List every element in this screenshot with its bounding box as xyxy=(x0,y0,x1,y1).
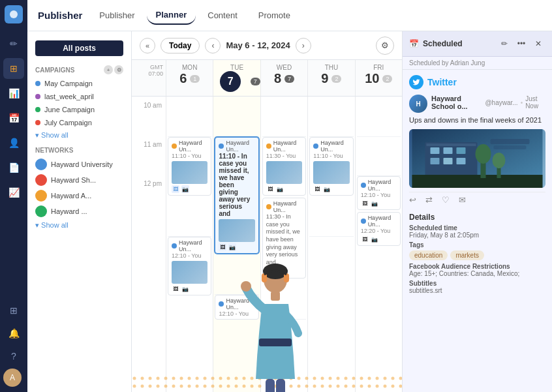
event-wed-2[interactable]: Hayward Un... 11:30 - In case you missed… xyxy=(262,198,306,279)
calendar-grid: GMT07:00 Mon 6 1 Tue xyxy=(132,60,402,392)
svg-rect-19 xyxy=(457,147,466,154)
svg-point-0 xyxy=(10,10,18,18)
scheduled-time-label: Scheduled time xyxy=(409,224,545,232)
twitter-label: Twitter xyxy=(427,77,457,87)
retweet-action[interactable]: ⇄ xyxy=(425,195,433,205)
day-header-fri[interactable]: Fri 10 2 xyxy=(355,60,402,96)
scheduled-time-row: Scheduled time Friday, May 8 at 2:05pm xyxy=(409,224,545,239)
svg-rect-28 xyxy=(491,139,530,144)
edit-button[interactable]: ✏ xyxy=(497,37,512,51)
more-button[interactable]: ••• xyxy=(514,37,529,51)
day-header-tue[interactable]: Tue 7 7 xyxy=(213,60,260,96)
today-button[interactable]: Today xyxy=(161,38,200,53)
day-col-tue: Hayward Un... 11:10 - In case you missed… xyxy=(213,97,260,392)
svg-rect-18 xyxy=(444,147,453,154)
campaign-item-july[interactable]: July Campaign xyxy=(27,116,131,129)
close-button[interactable]: ✕ xyxy=(531,37,545,51)
details-title: Details xyxy=(409,213,545,222)
campaigns-show-all[interactable]: ▾ Show all xyxy=(27,129,131,142)
tab-planner[interactable]: Publisher xyxy=(90,7,144,24)
campaigns-settings-icon[interactable]: ⚙ xyxy=(114,65,123,74)
day-header-thu[interactable]: Thu 9 2 xyxy=(307,60,354,96)
tag-markets[interactable]: markets xyxy=(450,250,484,260)
details-section: Details Scheduled time Friday, May 8 at … xyxy=(409,213,545,294)
network-item-1[interactable]: Hayward Sh... xyxy=(27,172,131,188)
time-column: 10 am 11 am 12 pm xyxy=(132,97,166,392)
day-col-wed: Hayward Un... 11:30 - You 🖼 📷 xyxy=(260,97,307,392)
campaigns-add-icon[interactable]: + xyxy=(104,65,113,74)
app-container: ✏ ⊞ 📊 📅 👤 📄 📈 ⊞ 🔔 ? A Publisher Publishe… xyxy=(0,0,552,392)
campaign-item-may[interactable]: May Campaign xyxy=(27,77,131,90)
network-item-3[interactable]: Hayward ... xyxy=(27,204,131,219)
day-header-mon[interactable]: Mon 6 1 xyxy=(166,60,213,96)
event-fri-1[interactable]: Hayward Un... 12:10 - You 🖼 📷 xyxy=(357,176,401,210)
network-item-0[interactable]: Hayward University xyxy=(27,157,131,172)
sidebar-icon-help[interactable]: ? xyxy=(3,346,24,367)
calendar-header: GMT07:00 Mon 6 1 Tue xyxy=(132,60,402,97)
event-tue-1[interactable]: Hayward Un... 11:10 - In case you missed… xyxy=(215,137,258,254)
twitter-header: Twitter xyxy=(409,75,545,89)
date-range: May 6 - 12, 2024 xyxy=(226,40,290,50)
right-panel-actions: ✏ ••• ✕ xyxy=(497,37,545,51)
app-logo[interactable] xyxy=(5,5,23,23)
main-area: Publisher Publisher Planner Content Prom… xyxy=(27,0,552,392)
content-area: All posts CAMPAIGNS + ⚙ May Campaign las… xyxy=(27,31,552,392)
campaigns-section-label: CAMPAIGNS + ⚙ xyxy=(27,60,131,77)
tab-planner-active[interactable]: Planner xyxy=(147,6,196,25)
tweet-username: Hayward School o... xyxy=(431,95,482,110)
event-fri-2[interactable]: Hayward Un... 12:20 - You 🖼 📷 xyxy=(357,212,401,246)
calendar-body: 10 am 11 am 12 pm Hay xyxy=(132,97,402,392)
days-grid: Hayward Un... 11:10 - You 🖼 📷 xyxy=(166,97,402,392)
calendar-toolbar: « Today ‹ May 6 - 12, 2024 › ⚙ xyxy=(132,31,402,60)
facebook-audience-value: Age: 15+; Countries: Canada, Mexico; xyxy=(409,270,545,277)
all-posts-button[interactable]: All posts xyxy=(35,40,123,56)
tags-list: education markets xyxy=(409,250,545,260)
campaign-item-june[interactable]: June Campaign xyxy=(27,103,131,116)
sidebar-icon-calendar[interactable]: 📅 xyxy=(3,108,24,128)
reply-action[interactable]: ↩ xyxy=(409,195,416,205)
event-mon-1[interactable]: Hayward Un... 11:10 - You 🖼 📷 xyxy=(168,137,211,196)
sidebar-icon-chart[interactable]: 📈 xyxy=(3,182,24,203)
event-mon-2[interactable]: Hayward Un... 12:10 - You 🖼 📷 xyxy=(168,237,211,295)
twitter-icon xyxy=(409,75,423,89)
sidebar-icon-compose[interactable]: ✏ xyxy=(3,33,24,54)
networks-show-all[interactable]: ▾ Show all xyxy=(27,219,131,232)
subtitles-label: Subtitles xyxy=(409,280,545,287)
event-wed-1[interactable]: Hayward Un... 11:30 - You 🖼 📷 xyxy=(262,137,306,196)
tweet-user-row: H Hayward School o... @haywar... • Just … xyxy=(409,95,545,113)
sidebar-icon-documents[interactable]: 📄 xyxy=(3,157,24,178)
sidebar-icon-analytics[interactable]: 📊 xyxy=(3,83,24,104)
tweet-user-info: Hayward School o... @haywar... • Just No… xyxy=(431,95,545,110)
app-title: Publisher xyxy=(38,10,82,21)
network-item-2[interactable]: Hayward A... xyxy=(27,188,131,204)
sidebar-icon-users[interactable]: 👤 xyxy=(3,132,24,153)
subtitles-row: Subtitles subtitles.srt xyxy=(409,280,545,294)
campaign-item-last-week[interactable]: last_week_april xyxy=(27,90,131,103)
right-panel-header: 📅 Scheduled ✏ ••• ✕ xyxy=(403,31,552,57)
sidebar-icon-apps[interactable]: ⊞ xyxy=(3,300,24,321)
dm-action[interactable]: ✉ xyxy=(459,195,466,205)
next-week-button[interactable]: › xyxy=(296,38,311,53)
scheduled-time-value: Friday, May 8 at 2:05pm xyxy=(409,232,545,239)
event-thu-1[interactable]: Hayward Un... 11:10 - You 🖼 📷 xyxy=(309,137,353,196)
tag-education[interactable]: education xyxy=(409,250,448,260)
sidebar-icon-grid[interactable]: ⊞ xyxy=(3,58,24,79)
svg-rect-23 xyxy=(412,175,543,188)
day-col-mon: Hayward Un... 11:10 - You 🖼 📷 xyxy=(166,97,213,392)
all-posts-header: All posts xyxy=(27,37,131,60)
calendar-area: « Today ‹ May 6 - 12, 2024 › ⚙ GMT07:00 xyxy=(132,31,402,392)
user-avatar[interactable]: A xyxy=(3,369,22,387)
sidebar-left: ✏ ⊞ 📊 📅 👤 📄 📈 ⊞ 🔔 ? A xyxy=(0,0,27,392)
event-tue-2[interactable]: Hayward Un... 12:10 - You xyxy=(215,295,258,320)
calendar-settings-button[interactable]: ⚙ xyxy=(376,37,394,55)
like-action[interactable]: ♡ xyxy=(442,195,450,205)
tab-promote[interactable]: Promote xyxy=(249,7,299,24)
sidebar-icon-bell[interactable]: 🔔 xyxy=(3,323,24,344)
tab-content[interactable]: Content xyxy=(198,7,247,24)
day-header-wed[interactable]: Wed 8 7 xyxy=(260,60,307,96)
prev-week-button[interactable]: ‹ xyxy=(205,38,221,53)
svg-point-25 xyxy=(476,144,491,164)
svg-rect-16 xyxy=(427,143,476,146)
tweet-image xyxy=(409,129,545,188)
collapse-button[interactable]: « xyxy=(140,38,155,53)
